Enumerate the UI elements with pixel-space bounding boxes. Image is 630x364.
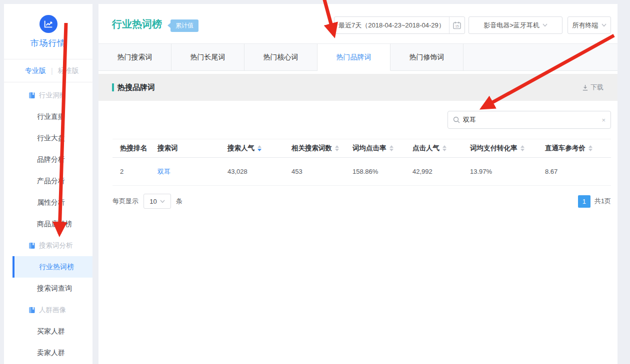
- version-tab-standard[interactable]: 标准版: [58, 66, 79, 75]
- sidebar-item-buyer-crowd[interactable]: 买家人群: [4, 321, 92, 342]
- chevron-down-icon: [602, 23, 606, 27]
- cell-related-terms: 453: [292, 168, 352, 175]
- page-number-button[interactable]: 1: [578, 195, 590, 208]
- section-accent-bar: [112, 83, 114, 91]
- cell-rank: 2: [112, 168, 158, 175]
- cell-pay-conversion: 13.97%: [470, 168, 545, 175]
- sidebar-section-crowd-portrait: 人群画像: [4, 299, 92, 321]
- col-related-terms: 相关搜索词数: [292, 144, 352, 153]
- calendar-icon[interactable]: 15: [449, 17, 464, 33]
- chevron-down-icon: [160, 200, 165, 203]
- col-rank: 热搜排名: [112, 144, 158, 153]
- main-panel: 行业热词榜 累计值 最近7天（2018-04-23~2018-04-29） 15…: [98, 4, 618, 364]
- per-page-unit: 条: [176, 197, 182, 206]
- search-icon: [453, 116, 460, 123]
- table-search-box: ×: [448, 111, 611, 129]
- col-ztc-ref-price: 直通车参考价: [545, 144, 611, 153]
- hot-brand-words-table: 热搜排名 搜索词 搜索人气 相关搜索词数 词均点击率 点击人气: [112, 139, 611, 186]
- clear-icon[interactable]: ×: [602, 116, 606, 124]
- date-range-picker[interactable]: 最近7天（2018-04-23~2018-04-29） 15: [334, 16, 465, 34]
- cell-search-popularity: 43,028: [228, 168, 292, 175]
- sidebar-menu: 行业洞察 行业直播 行业大盘 品牌分析 产品分析 属性分析 商品店铺榜 搜索词分…: [4, 82, 92, 364]
- svg-text:15: 15: [455, 24, 459, 28]
- page-title: 行业热词榜: [112, 17, 162, 31]
- version-tab-pro[interactable]: 专业版: [25, 66, 46, 75]
- sidebar-item-search-term-query[interactable]: 搜索词查询: [4, 278, 92, 299]
- category-dropdown[interactable]: 影音电器>蓝牙耳机: [468, 16, 562, 34]
- col-pay-conversion: 词均支付转化率: [470, 144, 545, 153]
- tab-hot-core-words[interactable]: 热门核心词: [244, 44, 318, 70]
- cell-ztc-ref-price: 8.67: [545, 168, 611, 175]
- sort-control[interactable]: [520, 145, 524, 151]
- cumulative-value-badge: 累计值: [170, 19, 198, 32]
- terminal-dropdown[interactable]: 所有终端: [568, 16, 611, 34]
- search-input[interactable]: [463, 116, 602, 124]
- pagination: 每页显示 10 条 1 共1页: [112, 194, 611, 209]
- terminal-value: 所有终端: [572, 21, 598, 30]
- sidebar-item-item-shop-rank[interactable]: 商品店铺榜: [4, 213, 92, 235]
- sidebar-section-search-term-analysis: 搜索词分析: [4, 235, 92, 256]
- ledger-icon: [28, 242, 36, 249]
- cell-search-word-link[interactable]: 双耳: [158, 167, 228, 176]
- download-button[interactable]: 下载: [582, 83, 604, 92]
- sidebar-item-seller-crowd[interactable]: 卖家人群: [4, 342, 92, 364]
- cell-avg-ctr: 158.86%: [352, 168, 412, 175]
- sidebar: 市场行情 专业版 | 标准版 行业洞察 行业直播 行业大盘 品牌分析 产品分析 …: [4, 4, 92, 364]
- section-title: 热搜品牌词: [118, 83, 155, 92]
- sort-control[interactable]: [588, 145, 592, 151]
- sidebar-item-industry-market[interactable]: 行业大盘: [4, 127, 92, 149]
- market-chart-logo-icon: [40, 15, 58, 33]
- sort-control[interactable]: [390, 145, 394, 151]
- ledger-icon: [28, 92, 36, 99]
- date-range-text: 最近7天（2018-04-23~2018-04-29）: [334, 21, 449, 30]
- table-row: 2 双耳 43,028 453 158.86% 42,992 13.97% 8.…: [112, 158, 611, 186]
- sort-control[interactable]: [258, 145, 262, 151]
- tab-hot-modifier-words[interactable]: 热门修饰词: [390, 44, 464, 70]
- tab-hot-search-words[interactable]: 热门搜索词: [98, 44, 172, 70]
- page-header: 行业热词榜 累计值 最近7天（2018-04-23~2018-04-29） 15…: [98, 4, 618, 44]
- tab-hot-brand-words[interactable]: 热门品牌词: [318, 44, 390, 71]
- col-avg-ctr: 词均点击率: [352, 144, 412, 153]
- sidebar-item-attribute-analysis[interactable]: 属性分析: [4, 192, 92, 213]
- hot-word-tabbar: 热门搜索词 热门长尾词 热门核心词 热门品牌词 热门修饰词: [98, 44, 618, 71]
- brand-block: 市场行情: [4, 4, 92, 49]
- total-pages-label: 共1页: [594, 197, 611, 206]
- tab-hot-longtail-words[interactable]: 热门长尾词: [172, 44, 244, 70]
- download-icon: [582, 84, 588, 91]
- col-click-popularity: 点击人气: [412, 144, 470, 153]
- sort-control[interactable]: [442, 145, 446, 151]
- per-page-select[interactable]: 10: [144, 194, 171, 209]
- ledger-icon: [28, 307, 36, 314]
- category-value: 影音电器>蓝牙耳机: [484, 21, 540, 30]
- per-page-label: 每页显示: [112, 197, 138, 206]
- sidebar-item-product-analysis[interactable]: 产品分析: [4, 170, 92, 192]
- chevron-down-icon: [542, 23, 548, 27]
- table-header-row: 热搜排名 搜索词 搜索人气 相关搜索词数 词均点击率 点击人气: [112, 139, 611, 158]
- col-search-word: 搜索词: [158, 144, 228, 153]
- brand-title: 市场行情: [4, 37, 92, 49]
- sidebar-section-industry-insight: 行业洞察: [4, 84, 92, 106]
- tabbar-filler: [464, 44, 618, 70]
- col-search-popularity: 搜索人气: [228, 144, 292, 153]
- sort-control[interactable]: [335, 145, 339, 151]
- divider: |: [51, 67, 53, 75]
- sidebar-item-brand-analysis[interactable]: 品牌分析: [4, 149, 92, 170]
- cell-click-popularity: 42,992: [412, 168, 470, 175]
- sidebar-item-industry-live[interactable]: 行业直播: [4, 106, 92, 127]
- sidebar-item-industry-hot-words[interactable]: 行业热词榜: [12, 256, 92, 278]
- section-header: 热搜品牌词 下载: [98, 74, 618, 101]
